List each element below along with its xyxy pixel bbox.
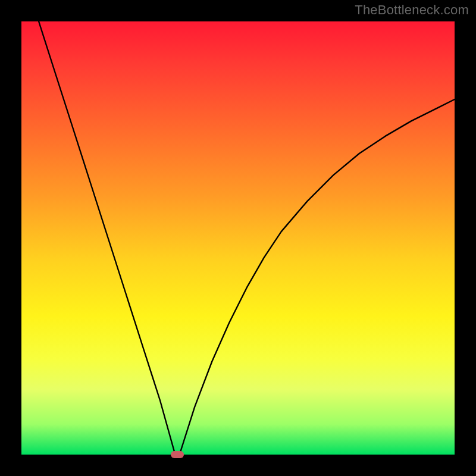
bottleneck-curve — [39, 21, 455, 455]
optimum-marker — [171, 451, 184, 458]
curve-svg — [21, 21, 455, 455]
chart-frame: TheBottleneck.com — [0, 0, 476, 476]
watermark-text: TheBottleneck.com — [355, 2, 469, 18]
plot-area — [21, 21, 455, 455]
